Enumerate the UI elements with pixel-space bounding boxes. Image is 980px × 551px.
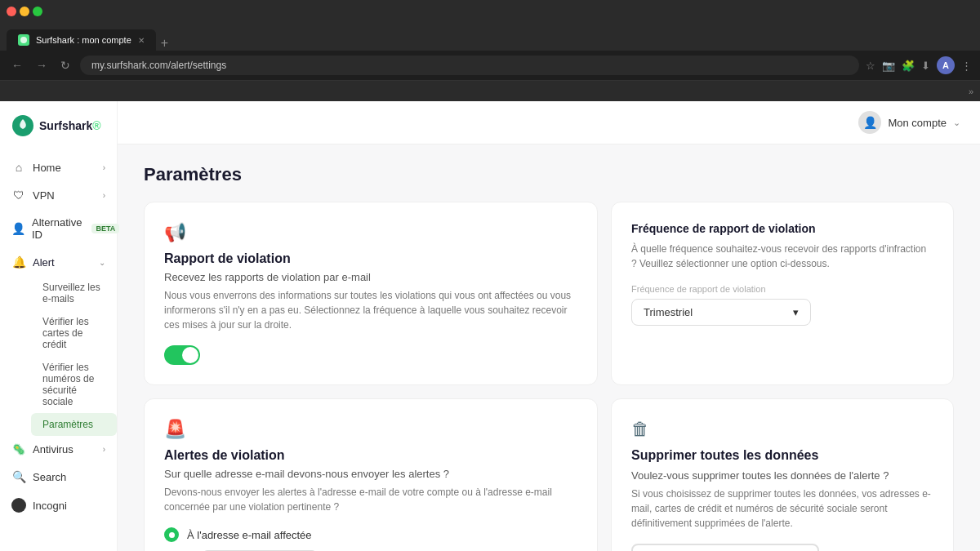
second-row: 🚨 Alertes de violation Sur quelle adress… <box>144 398 954 551</box>
frequency-title: Fréquence de rapport de violation <box>631 222 933 235</box>
bookmark-btn[interactable]: ☆ <box>866 60 875 72</box>
sidebar-item-incogni-label: Incogni <box>33 500 67 512</box>
reload-btn[interactable]: ↻ <box>57 57 74 73</box>
frequency-select-label: Fréquence de rapport de violation Trimes… <box>631 284 933 326</box>
subitem-surveiller[interactable]: Surveillez les e-mails <box>31 276 117 310</box>
violation-toggle[interactable] <box>164 345 200 365</box>
radio-group: À l'adresse e-mail affectée À <box>164 527 577 551</box>
freq-label: Fréquence de rapport de violation <box>631 284 933 294</box>
sidebar-item-search[interactable]: 🔍 Search <box>0 463 117 491</box>
extensions-bar: » <box>0 80 980 101</box>
frequency-select[interactable]: Trimestriel ▾ <box>631 299 811 326</box>
delete-title: Supprimer toutes les données <box>631 448 933 463</box>
subitem-verifier-cartes[interactable]: Vérifier les cartes de crédit <box>31 310 117 356</box>
sidebar-item-home-label: Home <box>33 162 61 174</box>
screenshot-btn[interactable]: 📷 <box>882 60 895 72</box>
alert-violation-card: 🚨 Alertes de violation Sur quelle adress… <box>144 398 598 551</box>
main-content: 👤 Mon compte ⌄ Paramètres 📢 Rapport de v… <box>118 101 980 551</box>
logo: Surfshark® <box>0 114 117 153</box>
violation-report-title: Rapport de violation <box>164 251 577 266</box>
first-row: 📢 Rapport de violation Recevez les rappo… <box>144 202 954 385</box>
sidebar-item-alert-label: Alert <box>33 256 55 269</box>
svg-point-0 <box>20 37 27 43</box>
sidebar-item-search-label: Search <box>33 471 66 483</box>
chevron-down-icon: › <box>103 191 105 200</box>
subitem-parametres[interactable]: Paramètres <box>31 413 117 436</box>
tab-close-btn[interactable]: ✕ <box>138 36 145 45</box>
alert-desc: Devons-nous envoyer les alertes à l'adre… <box>164 485 577 514</box>
menu-btn[interactable]: ⋮ <box>961 60 972 72</box>
chevron-down-icon: › <box>103 163 105 172</box>
frequency-desc: À quelle fréquence souhaitez-vous recevo… <box>631 242 933 271</box>
alert-subnav: Surveillez les e-mails Vérifier les cart… <box>0 276 117 436</box>
alert-icon: 🔔 <box>11 256 26 269</box>
extensions-toggle-btn[interactable]: » <box>969 87 973 96</box>
chevron-down-icon: ⌄ <box>953 118 960 128</box>
sidebar-item-antivirus[interactable]: 🦠 Antivirus › <box>0 436 117 463</box>
surfshark-logo-icon <box>11 114 34 137</box>
sidebar: Surfshark® ⌂ Home › 🛡 VPN › 👤 Alternativ… <box>0 101 118 551</box>
home-icon: ⌂ <box>11 161 26 174</box>
delete-desc: Si vous choisissez de supprimer toutes l… <box>631 487 933 531</box>
profile-btn[interactable]: A <box>937 56 955 74</box>
beta-badge: BETA <box>91 224 119 233</box>
delete-all-data-btn[interactable]: Supprimer toutes les données <box>631 544 819 551</box>
violation-report-desc: Nous vous enverrons des informations sur… <box>164 288 577 332</box>
chevron-down-icon: ▾ <box>793 306 799 318</box>
alert-icon: 🚨 <box>164 419 577 440</box>
sidebar-item-alert[interactable]: 🔔 Alert ⌄ <box>0 248 117 276</box>
downloads-btn[interactable]: ⬇ <box>921 60 930 72</box>
chevron-down-icon: › <box>103 445 105 454</box>
sidebar-item-incogni[interactable]: Incogni <box>0 491 117 520</box>
sidebar-item-alternative-id[interactable]: 👤 Alternative ID BETA <box>0 209 117 248</box>
tab-favicon <box>18 34 29 46</box>
violation-report-subtitle: Recevez les rapports de violation par e-… <box>164 271 577 283</box>
account-icon: 👤 <box>858 111 881 134</box>
delete-icon: 🗑 <box>631 419 933 440</box>
delete-question: Voulez-vous supprimer toutes les données… <box>631 469 933 482</box>
antivirus-icon: 🦠 <box>11 443 26 455</box>
sidebar-item-alternative-id-label: Alternative ID <box>32 216 82 241</box>
app: Surfshark® ⌂ Home › 🛡 VPN › 👤 Alternativ… <box>0 101 980 551</box>
subitem-verifier-secu[interactable]: Vérifier les numéros de sécurité sociale <box>31 356 117 413</box>
account-label: Mon compte <box>888 117 947 129</box>
tab-title: Surfshark : mon compte <box>36 35 131 45</box>
radio-option-affected[interactable]: À l'adresse e-mail affectée <box>164 527 577 542</box>
browser-titlebar <box>0 0 980 23</box>
frequency-card: Fréquence de rapport de violation À quel… <box>611 202 954 385</box>
radio-option-affected-label: À l'adresse e-mail affectée <box>187 529 312 541</box>
sidebar-item-antivirus-label: Antivirus <box>33 443 74 455</box>
maximize-window-btn[interactable] <box>33 7 42 16</box>
forward-btn[interactable]: → <box>33 57 51 73</box>
sidebar-item-vpn[interactable]: 🛡 VPN › <box>0 181 117 209</box>
search-icon: 🔍 <box>11 470 26 483</box>
url-bar[interactable] <box>80 56 859 75</box>
chevron-up-icon: ⌄ <box>99 258 105 267</box>
app-header: 👤 Mon compte ⌄ <box>118 101 980 144</box>
violation-report-card: 📢 Rapport de violation Recevez les rappo… <box>144 202 598 385</box>
close-window-btn[interactable] <box>7 7 16 16</box>
toggle-knob <box>182 347 198 363</box>
sidebar-item-home[interactable]: ⌂ Home › <box>0 153 117 181</box>
minimize-window-btn[interactable] <box>20 7 29 16</box>
back-btn[interactable]: ← <box>8 57 26 73</box>
violation-report-icon: 📢 <box>164 222 577 243</box>
new-tab-btn[interactable]: + <box>161 36 168 51</box>
page-content: Paramètres 📢 Rapport de violation Receve… <box>118 144 980 551</box>
account-button[interactable]: 👤 Mon compte ⌄ <box>858 111 960 134</box>
radio-selected-indicator <box>164 527 179 542</box>
alert-title: Alertes de violation <box>164 448 577 463</box>
active-tab[interactable]: Surfshark : mon compte ✕ <box>7 29 156 51</box>
sidebar-item-vpn-label: VPN <box>33 189 55 202</box>
nav-bar: ← → ↻ ☆ 📷 🧩 ⬇ A ⋮ <box>0 51 980 80</box>
window-controls <box>7 7 42 16</box>
extensions-btn[interactable]: 🧩 <box>902 60 915 72</box>
vpn-icon: 🛡 <box>11 189 26 202</box>
logo-text: Surfshark® <box>39 119 101 132</box>
nav-icons: ☆ 📷 🧩 ⬇ A ⋮ <box>866 56 972 74</box>
frequency-select-value: Trimestriel <box>644 306 693 318</box>
tab-bar: Surfshark : mon compte ✕ + <box>0 23 980 51</box>
person-icon: 👤 <box>11 222 25 235</box>
delete-data-card: 🗑 Supprimer toutes les données Voulez-vo… <box>611 398 954 551</box>
alert-subtitle: Sur quelle adresse e-mail devons-nous en… <box>164 468 577 480</box>
